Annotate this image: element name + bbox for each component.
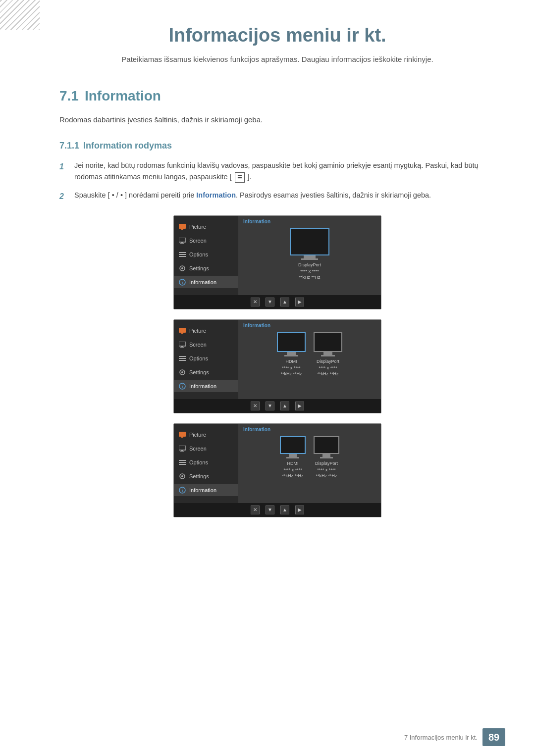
screenshot-inner-2: Picture Screen	[174, 320, 381, 399]
svg-rect-12	[179, 328, 186, 333]
btn-x-1[interactable]: ✕	[251, 298, 260, 306]
info-title-2: Information	[243, 323, 376, 328]
monitor-info-3-1: HDMI**** x ******kHz **Hz	[282, 460, 303, 479]
monitor-base-3-1	[286, 457, 299, 458]
picture-icon-3	[179, 431, 186, 438]
menu-label-info-3: Information	[189, 487, 216, 493]
page-number: 89	[482, 728, 505, 746]
monitor-1-1: DisplayPort**** x ******kHz **Hz	[290, 228, 329, 281]
menu-item-settings-2: Settings	[174, 366, 238, 378]
btn-up-1[interactable]: ▲	[280, 298, 289, 306]
svg-rect-13	[181, 333, 183, 334]
monitor-base-1-1	[301, 258, 318, 260]
svg-rect-1	[181, 229, 183, 230]
settings-icon-3	[179, 473, 186, 480]
monitor-2-1: HDMI**** x ******kHz **Hz	[277, 332, 306, 377]
picture-icon-2	[179, 327, 186, 334]
menu-sidebar-2: Picture Screen	[174, 320, 238, 399]
screen-icon-3	[179, 445, 186, 452]
options-icon	[179, 251, 186, 258]
btn-up-3[interactable]: ▲	[280, 505, 289, 514]
screenshot-inner-1: Picture Screen	[174, 216, 381, 295]
svg-rect-30	[179, 462, 186, 463]
monitor-base-2-2	[321, 355, 335, 356]
svg-point-21	[181, 371, 183, 373]
svg-rect-24	[179, 432, 186, 437]
monitor-display-1: DisplayPort**** x ******kHz **Hz	[243, 228, 376, 281]
footer-text: 7 Informacijos meniu ir kt.	[404, 734, 478, 741]
menu-item-screen-3: Screen	[174, 443, 238, 454]
menu-label-screen-3: Screen	[189, 446, 207, 452]
menu-item-info-3: i Information	[174, 484, 238, 496]
btn-down-1[interactable]: ▼	[266, 298, 274, 306]
screenshot-panel-2: Picture Screen	[173, 319, 381, 413]
svg-rect-29	[179, 460, 186, 461]
svg-rect-7	[179, 256, 186, 257]
menu-item-picture-1: Picture	[174, 221, 238, 233]
monitor-info-2-2: DisplayPort**** x ******kHz **Hz	[317, 358, 339, 377]
step-2-text: Spauskite [ • / • ] norėdami pereiti pri…	[74, 190, 495, 201]
btn-down-3[interactable]: ▼	[266, 505, 274, 514]
menu-content-2: Information HDMI**** x ******kHz **Hz	[238, 320, 381, 399]
svg-rect-17	[179, 356, 186, 357]
svg-rect-27	[181, 450, 183, 451]
section-number: 7.1	[59, 88, 79, 104]
menu-item-info-1: i Information	[174, 276, 238, 288]
monitor-screen-2-1	[277, 332, 306, 352]
btn-x-2[interactable]: ✕	[251, 402, 260, 410]
svg-rect-2	[179, 238, 186, 242]
btn-right-2[interactable]: ▶	[295, 402, 304, 410]
svg-rect-31	[179, 464, 186, 465]
menu-label-screen-2: Screen	[189, 342, 207, 348]
screenshot-bottom-2: ✕ ▼ ▲ ▶	[174, 399, 381, 413]
menu-content-3: Information HDMI**** x ******kHz **Hz	[238, 424, 381, 503]
step-1-number: 1	[59, 160, 70, 173]
info-title-3: Information	[243, 427, 376, 432]
btn-x-3[interactable]: ✕	[251, 505, 260, 514]
menu-item-info-2: i Information	[174, 380, 238, 392]
svg-rect-5	[179, 252, 186, 253]
menu-item-picture-3: Picture	[174, 429, 238, 441]
step-2-number: 2	[59, 190, 70, 203]
btn-right-3[interactable]: ▶	[295, 505, 304, 514]
section-heading: 7.1 Information	[59, 88, 495, 104]
btn-right-1[interactable]: ▶	[295, 298, 304, 306]
step-2: 2 Spauskite [ • / • ] norėdami pereiti p…	[59, 190, 495, 203]
menu-label-picture-3: Picture	[189, 432, 206, 438]
monitor-info-3-2: DisplayPort**** x ******kHz **Hz	[315, 460, 338, 479]
menu-item-screen-1: Screen	[174, 235, 238, 247]
page-title: Informacijos meniu ir kt.	[59, 25, 495, 46]
monitor-info-2-1: HDMI**** x ******kHz **Hz	[280, 358, 302, 377]
menu-label-options-3: Options	[189, 459, 208, 465]
options-icon-3	[179, 459, 186, 466]
options-icon-2	[179, 355, 186, 362]
svg-rect-0	[179, 224, 186, 229]
menu-button-icon: ☰	[235, 172, 245, 183]
monitor-display-3: HDMI**** x ******kHz **Hz DisplayPort***…	[243, 436, 376, 479]
svg-rect-19	[179, 360, 186, 361]
svg-rect-3	[181, 242, 183, 243]
menu-sidebar-1: Picture Screen	[174, 216, 238, 295]
page-footer: 7 Informacijos meniu ir kt. 89	[404, 728, 505, 746]
page-container: Informacijos meniu ir kt. Pateikiamas iš…	[0, 0, 535, 756]
section-title: Information	[85, 88, 161, 104]
svg-rect-14	[179, 342, 186, 346]
svg-rect-15	[181, 346, 183, 347]
btn-down-2[interactable]: ▼	[266, 402, 274, 410]
info-icon-3: i	[179, 487, 186, 494]
info-icon-1: i	[179, 279, 186, 286]
step-2-bold: Information	[196, 191, 236, 199]
steps-list: 1 Jei norite, kad būtų rodomas funkcinių…	[59, 160, 495, 203]
svg-rect-28	[180, 451, 184, 452]
svg-point-33	[181, 475, 183, 477]
monitor-info-1-1: DisplayPort**** x ******kHz **Hz	[298, 262, 321, 281]
menu-label-settings-1: Settings	[189, 265, 209, 271]
monitor-screen-1-1	[290, 228, 329, 255]
svg-rect-18	[179, 358, 186, 359]
btn-up-2[interactable]: ▲	[280, 402, 289, 410]
menu-label-info-2: Information	[189, 383, 216, 389]
info-icon-2: i	[179, 383, 186, 390]
page-subtitle: Pateikiamas išsamus kiekvienos funkcijos…	[59, 55, 495, 63]
menu-label-info-1: Information	[189, 279, 216, 285]
menu-content-1: Information DisplayPort**** x ******kHz …	[238, 216, 381, 295]
